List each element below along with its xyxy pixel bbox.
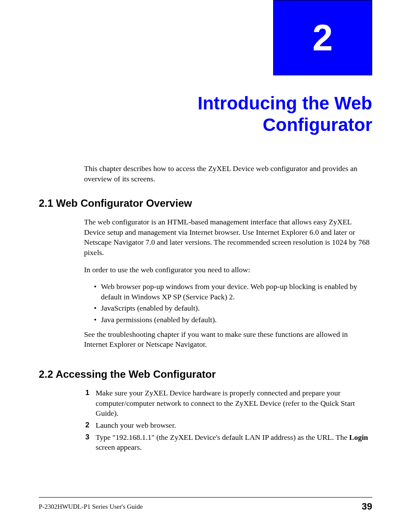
list-item: • JavaScripts (enabled by default). (94, 303, 372, 314)
chapter-number: 2 (312, 17, 333, 59)
list-text: Java permissions (enabled by default). (101, 315, 217, 325)
list-text: JavaScripts (enabled by default). (101, 303, 199, 314)
step-number: 1 (85, 388, 90, 419)
bullet-icon: • (94, 282, 97, 302)
chapter-title: Introducing the Web Configurator (86, 93, 372, 136)
step-number: 3 (85, 432, 90, 453)
list-item: • Java permissions (enabled by default). (94, 315, 372, 325)
page-footer: P-2302HWUDL-P1 Series User's Guide 39 (39, 501, 372, 512)
list-text: Web browser pop-up windows from your dev… (101, 282, 372, 302)
page-number: 39 (362, 501, 372, 512)
step-text: Type "192.168.1.1" (the ZyXEL Device's d… (96, 432, 372, 453)
list-item: 1 Make sure your ZyXEL Device hardware i… (85, 388, 372, 419)
paragraph: In order to use the web configurator you… (84, 265, 372, 275)
section-heading-2-1: 2.1 Web Configurator Overview (39, 197, 372, 209)
list-item: • Web browser pop-up windows from your d… (94, 282, 372, 302)
list-item: 2 Launch your web browser. (85, 420, 372, 431)
bullet-icon: • (94, 303, 97, 314)
paragraph: See the troubleshooting chapter if you w… (84, 330, 372, 350)
step-text: Launch your web browser. (96, 420, 176, 431)
bullet-list: • Web browser pop-up windows from your d… (94, 282, 372, 325)
section-heading-2-2: 2.2 Accessing the Web Configurator (39, 368, 372, 380)
step-number: 2 (85, 420, 90, 431)
paragraph: The web configurator is an HTML-based ma… (84, 217, 372, 258)
section-2-1: 2.1 Web Configurator Overview The web co… (39, 197, 372, 357)
footer-guide-name: P-2302HWUDL-P1 Series User's Guide (39, 503, 143, 510)
step-text: Make sure your ZyXEL Device hardware is … (96, 388, 372, 419)
chapter-number-box: 2 (273, 0, 372, 75)
section-2-2: 2.2 Accessing the Web Configurator 1 Mak… (39, 368, 372, 454)
list-item: 3 Type "192.168.1.1" (the ZyXEL Device's… (85, 432, 372, 453)
footer-rule (39, 497, 372, 498)
chapter-intro: This chapter describes how to access the… (84, 164, 372, 184)
bullet-icon: • (94, 315, 97, 325)
